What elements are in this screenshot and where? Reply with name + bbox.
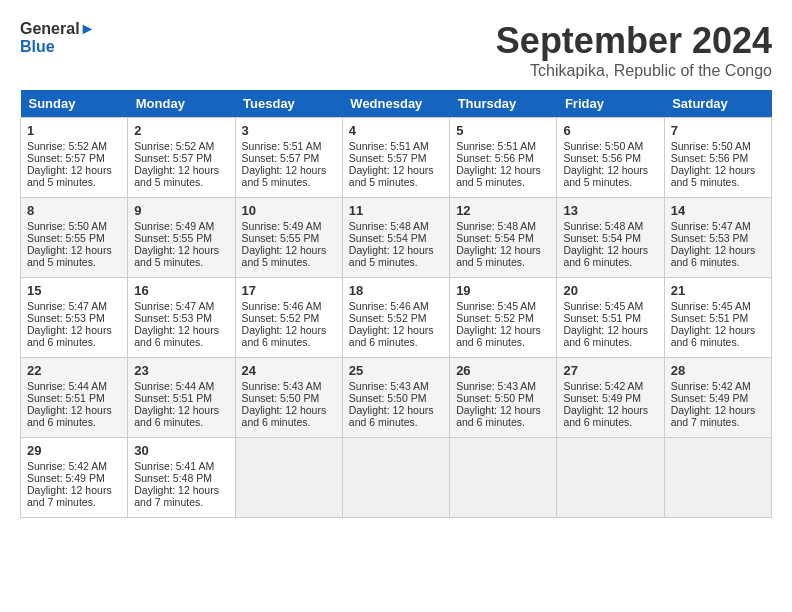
calendar-cell: 13Sunrise: 5:48 AMSunset: 5:54 PMDayligh…: [557, 198, 664, 278]
daylight-text: Daylight: 12 hours and 6 minutes.: [27, 404, 112, 428]
calendar-cell: [235, 438, 342, 518]
day-number: 19: [456, 283, 550, 298]
calendar-cell: 18Sunrise: 5:46 AMSunset: 5:52 PMDayligh…: [342, 278, 449, 358]
daylight-text: Daylight: 12 hours and 6 minutes.: [242, 404, 327, 428]
sunset-text: Sunset: 5:50 PM: [349, 392, 427, 404]
daylight-text: Daylight: 12 hours and 5 minutes.: [242, 244, 327, 268]
daylight-text: Daylight: 12 hours and 7 minutes.: [27, 484, 112, 508]
day-number: 12: [456, 203, 550, 218]
sunset-text: Sunset: 5:54 PM: [456, 232, 534, 244]
daylight-text: Daylight: 12 hours and 6 minutes.: [242, 324, 327, 348]
sunset-text: Sunset: 5:48 PM: [134, 472, 212, 484]
sunset-text: Sunset: 5:50 PM: [456, 392, 534, 404]
logo-general: General►: [20, 20, 95, 38]
col-friday: Friday: [557, 90, 664, 118]
daylight-text: Daylight: 12 hours and 7 minutes.: [134, 484, 219, 508]
calendar-cell: 2Sunrise: 5:52 AMSunset: 5:57 PMDaylight…: [128, 118, 235, 198]
calendar-cell: 12Sunrise: 5:48 AMSunset: 5:54 PMDayligh…: [450, 198, 557, 278]
sunrise-text: Sunrise: 5:52 AM: [27, 140, 107, 152]
sunrise-text: Sunrise: 5:52 AM: [134, 140, 214, 152]
daylight-text: Daylight: 12 hours and 6 minutes.: [671, 244, 756, 268]
daylight-text: Daylight: 12 hours and 6 minutes.: [671, 324, 756, 348]
daylight-text: Daylight: 12 hours and 5 minutes.: [456, 164, 541, 188]
daylight-text: Daylight: 12 hours and 5 minutes.: [349, 164, 434, 188]
calendar-table: Sunday Monday Tuesday Wednesday Thursday…: [20, 90, 772, 518]
sunset-text: Sunset: 5:54 PM: [563, 232, 641, 244]
calendar-cell: 28Sunrise: 5:42 AMSunset: 5:49 PMDayligh…: [664, 358, 771, 438]
day-number: 14: [671, 203, 765, 218]
daylight-text: Daylight: 12 hours and 6 minutes.: [27, 324, 112, 348]
sunset-text: Sunset: 5:49 PM: [563, 392, 641, 404]
daylight-text: Daylight: 12 hours and 5 minutes.: [134, 164, 219, 188]
day-number: 6: [563, 123, 657, 138]
sunrise-text: Sunrise: 5:42 AM: [27, 460, 107, 472]
daylight-text: Daylight: 12 hours and 5 minutes.: [27, 164, 112, 188]
day-number: 4: [349, 123, 443, 138]
sunrise-text: Sunrise: 5:42 AM: [563, 380, 643, 392]
col-thursday: Thursday: [450, 90, 557, 118]
calendar-cell: 21Sunrise: 5:45 AMSunset: 5:51 PMDayligh…: [664, 278, 771, 358]
location-title: Tchikapika, Republic of the Congo: [496, 62, 772, 80]
col-sunday: Sunday: [21, 90, 128, 118]
calendar-cell: 7Sunrise: 5:50 AMSunset: 5:56 PMDaylight…: [664, 118, 771, 198]
calendar-cell: 26Sunrise: 5:43 AMSunset: 5:50 PMDayligh…: [450, 358, 557, 438]
sunrise-text: Sunrise: 5:44 AM: [27, 380, 107, 392]
daylight-text: Daylight: 12 hours and 5 minutes.: [563, 164, 648, 188]
sunset-text: Sunset: 5:55 PM: [134, 232, 212, 244]
day-number: 15: [27, 283, 121, 298]
daylight-text: Daylight: 12 hours and 5 minutes.: [134, 244, 219, 268]
sunrise-text: Sunrise: 5:50 AM: [671, 140, 751, 152]
day-number: 5: [456, 123, 550, 138]
day-number: 22: [27, 363, 121, 378]
sunrise-text: Sunrise: 5:48 AM: [456, 220, 536, 232]
calendar-cell: 4Sunrise: 5:51 AMSunset: 5:57 PMDaylight…: [342, 118, 449, 198]
day-number: 23: [134, 363, 228, 378]
day-number: 29: [27, 443, 121, 458]
calendar-cell: 29Sunrise: 5:42 AMSunset: 5:49 PMDayligh…: [21, 438, 128, 518]
day-number: 28: [671, 363, 765, 378]
calendar-cell: 27Sunrise: 5:42 AMSunset: 5:49 PMDayligh…: [557, 358, 664, 438]
sunset-text: Sunset: 5:51 PM: [563, 312, 641, 324]
sunrise-text: Sunrise: 5:49 AM: [134, 220, 214, 232]
daylight-text: Daylight: 12 hours and 5 minutes.: [456, 244, 541, 268]
calendar-cell: 25Sunrise: 5:43 AMSunset: 5:50 PMDayligh…: [342, 358, 449, 438]
sunrise-text: Sunrise: 5:49 AM: [242, 220, 322, 232]
calendar-cell: 1Sunrise: 5:52 AMSunset: 5:57 PMDaylight…: [21, 118, 128, 198]
day-number: 8: [27, 203, 121, 218]
sunset-text: Sunset: 5:49 PM: [27, 472, 105, 484]
sunrise-text: Sunrise: 5:43 AM: [456, 380, 536, 392]
daylight-text: Daylight: 12 hours and 5 minutes.: [242, 164, 327, 188]
col-tuesday: Tuesday: [235, 90, 342, 118]
week-row-5: 29Sunrise: 5:42 AMSunset: 5:49 PMDayligh…: [21, 438, 772, 518]
day-number: 17: [242, 283, 336, 298]
sunset-text: Sunset: 5:51 PM: [27, 392, 105, 404]
col-wednesday: Wednesday: [342, 90, 449, 118]
calendar-cell: 16Sunrise: 5:47 AMSunset: 5:53 PMDayligh…: [128, 278, 235, 358]
daylight-text: Daylight: 12 hours and 6 minutes.: [563, 324, 648, 348]
calendar-cell: [450, 438, 557, 518]
calendar-cell: [342, 438, 449, 518]
sunrise-text: Sunrise: 5:51 AM: [242, 140, 322, 152]
logo: General► Blue: [20, 20, 95, 55]
sunrise-text: Sunrise: 5:51 AM: [456, 140, 536, 152]
sunset-text: Sunset: 5:53 PM: [671, 232, 749, 244]
day-number: 25: [349, 363, 443, 378]
sunrise-text: Sunrise: 5:46 AM: [242, 300, 322, 312]
day-number: 3: [242, 123, 336, 138]
calendar-cell: 15Sunrise: 5:47 AMSunset: 5:53 PMDayligh…: [21, 278, 128, 358]
day-number: 26: [456, 363, 550, 378]
sunset-text: Sunset: 5:57 PM: [27, 152, 105, 164]
week-row-3: 15Sunrise: 5:47 AMSunset: 5:53 PMDayligh…: [21, 278, 772, 358]
sunset-text: Sunset: 5:57 PM: [349, 152, 427, 164]
sunrise-text: Sunrise: 5:41 AM: [134, 460, 214, 472]
sunrise-text: Sunrise: 5:51 AM: [349, 140, 429, 152]
sunset-text: Sunset: 5:50 PM: [242, 392, 320, 404]
sunrise-text: Sunrise: 5:46 AM: [349, 300, 429, 312]
sunset-text: Sunset: 5:52 PM: [349, 312, 427, 324]
daylight-text: Daylight: 12 hours and 6 minutes.: [456, 324, 541, 348]
calendar-cell: 24Sunrise: 5:43 AMSunset: 5:50 PMDayligh…: [235, 358, 342, 438]
title-section: September 2024 Tchikapika, Republic of t…: [496, 20, 772, 80]
sunrise-text: Sunrise: 5:50 AM: [563, 140, 643, 152]
calendar-cell: 8Sunrise: 5:50 AMSunset: 5:55 PMDaylight…: [21, 198, 128, 278]
sunset-text: Sunset: 5:51 PM: [134, 392, 212, 404]
